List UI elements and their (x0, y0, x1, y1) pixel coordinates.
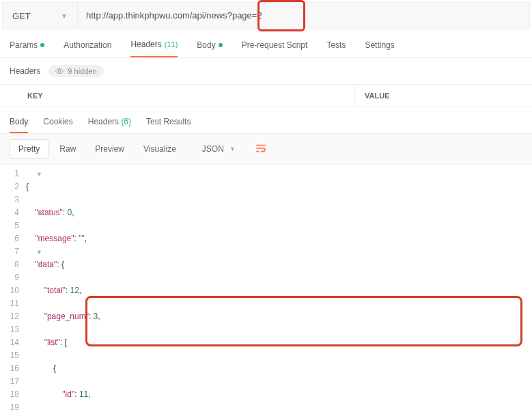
format-select[interactable]: JSON▼ (195, 141, 242, 157)
method-select[interactable]: GET ▼ (3, 3, 78, 29)
tab-params[interactable]: Params (10, 40, 44, 57)
resp-tab-body[interactable]: Body (10, 117, 28, 133)
response-body: 1234567891011121314151617181920 ▼{ "stat… (0, 165, 532, 410)
tab-headers[interactable]: Headers (11) (130, 40, 178, 57)
method-label: GET (12, 11, 31, 21)
response-toolbar: Pretty Raw Preview Visualize JSON▼ (0, 133, 532, 165)
kv-key-col: KEY (0, 85, 355, 107)
status-dot-icon (40, 43, 44, 47)
collapse-caret-icon[interactable]: ▼ (36, 259, 42, 272)
code-content[interactable]: ▼{ "status": 0, "message": "", ▼ "data":… (26, 167, 532, 410)
chevron-down-icon: ▼ (229, 146, 236, 152)
fmt-visualize[interactable]: Visualize (135, 140, 184, 158)
eye-icon (55, 67, 64, 75)
line-gutter: 1234567891011121314151617181920 (0, 167, 26, 410)
request-bar: GET ▼ http://app.thinkphpwu.com/api/news… (2, 2, 530, 29)
collapse-caret-icon[interactable]: ▼ (36, 246, 42, 259)
url-text: http://app.thinkphpwu.com/api/news?page=… (86, 10, 262, 20)
headers-count: (11) (165, 40, 178, 49)
fmt-raw[interactable]: Raw (51, 140, 84, 158)
tab-tests[interactable]: Tests (326, 40, 346, 57)
status-dot-icon (219, 43, 223, 47)
url-input[interactable]: http://app.thinkphpwu.com/api/news?page=… (78, 3, 529, 29)
headers-label: Headers (10, 66, 40, 76)
kv-header-row: KEY VALUE (0, 84, 532, 107)
request-tabs: Params Authorization Headers (11) Body P… (0, 31, 532, 58)
headers-subbar: Headers 9 hidden (0, 58, 532, 84)
hidden-headers-badge[interactable]: 9 hidden (48, 65, 103, 77)
response-tabs: Body Cookies Headers (6) Test Results (0, 107, 532, 133)
hidden-count: 9 hidden (68, 67, 96, 75)
tab-settings[interactable]: Settings (365, 40, 394, 57)
headers-count: (6) (121, 117, 131, 126)
svg-point-0 (59, 70, 61, 72)
kv-value-col: VALUE (355, 85, 532, 107)
tab-authorization[interactable]: Authorization (64, 40, 111, 57)
fmt-preview[interactable]: Preview (87, 140, 132, 158)
wrap-lines-icon[interactable] (255, 142, 267, 156)
resp-tab-test-results[interactable]: Test Results (146, 117, 191, 133)
resp-tab-headers[interactable]: Headers (6) (88, 117, 131, 133)
collapse-caret-icon[interactable]: ▼ (36, 168, 42, 181)
chevron-down-icon: ▼ (61, 12, 68, 20)
fmt-pretty[interactable]: Pretty (10, 139, 48, 159)
collapse-caret-icon[interactable]: ▼ (36, 207, 42, 220)
tab-body[interactable]: Body (197, 40, 222, 57)
tab-prerequest[interactable]: Pre-request Script (242, 40, 308, 57)
resp-tab-cookies[interactable]: Cookies (43, 117, 72, 133)
